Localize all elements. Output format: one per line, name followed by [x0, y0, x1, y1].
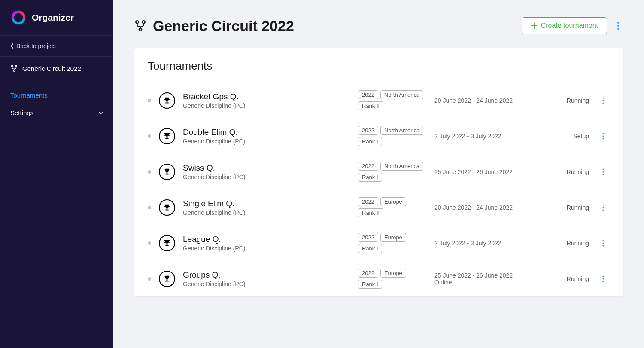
tournament-name: Swiss Q.: [183, 163, 350, 173]
trophy-icon: [159, 235, 175, 251]
tag: Rank I: [358, 173, 382, 182]
tournament-name-col: Single Elim Q.Generic Discipline (PC): [183, 199, 350, 216]
tournament-row[interactable]: Bracket Gps Q.Generic Discipline (PC)202…: [134, 82, 623, 118]
dots-vertical-icon: [602, 168, 604, 175]
status-dot-icon: [148, 277, 151, 281]
date-range: 2 July 2022 - 3 July 2022: [434, 240, 533, 247]
svg-point-29: [602, 209, 604, 211]
trophy-icon: [159, 164, 175, 180]
nav-tournaments-label: Tournaments: [10, 92, 48, 99]
nav-settings-label: Settings: [10, 109, 33, 116]
row-more-button[interactable]: [597, 168, 610, 175]
nav-tournaments[interactable]: Tournaments: [0, 86, 113, 104]
status-dot-icon: [148, 170, 151, 174]
row-more-button[interactable]: [597, 133, 610, 140]
row-more-button[interactable]: [597, 240, 610, 247]
tournament-name: Bracket Gps Q.: [183, 92, 350, 101]
svg-point-1: [12, 65, 13, 67]
create-tournament-button[interactable]: Create tournament: [522, 17, 607, 34]
tournament-row[interactable]: Groups Q.Generic Discipline (PC)2022Euro…: [134, 261, 623, 296]
tournament-name: Double Elim Q.: [183, 128, 350, 137]
tournament-status: Running: [555, 97, 589, 104]
svg-point-13: [602, 100, 604, 101]
sidebar: Organizer Back to project Generic Circui…: [0, 0, 113, 348]
tag: Rank II: [358, 101, 383, 110]
card-header: Tournaments: [134, 48, 623, 82]
tournament-row[interactable]: Swiss Q.Generic Discipline (PC)2022North…: [134, 154, 623, 189]
plus-icon: [531, 22, 538, 29]
dots-vertical-icon: [602, 204, 604, 211]
dots-vertical-icon: [617, 22, 619, 30]
tag: 2022: [358, 197, 378, 206]
chevron-down-icon: [99, 112, 103, 114]
back-to-project-link[interactable]: Back to project: [0, 35, 113, 57]
header-actions: Create tournament: [522, 17, 623, 34]
circuit-selector[interactable]: Generic Circuit 2022: [0, 57, 113, 80]
tag: North America: [380, 90, 423, 99]
svg-rect-30: [167, 243, 168, 245]
tag: Rank I: [358, 280, 382, 289]
svg-rect-36: [165, 281, 168, 281]
tournament-dates: 25 June 2022 - 26 June 2022Online: [434, 272, 533, 286]
tournament-row[interactable]: Single Elim Q.Generic Discipline (PC)202…: [134, 189, 623, 225]
tag: Europe: [380, 269, 406, 278]
svg-point-38: [602, 278, 604, 279]
tag: Europe: [380, 233, 406, 242]
tag: 2022: [358, 269, 378, 278]
tournament-status: Running: [555, 275, 589, 282]
tournament-name-col: League Q.Generic Discipline (PC): [183, 235, 350, 252]
tag: North America: [380, 126, 423, 135]
svg-point-9: [617, 28, 619, 30]
svg-point-24: [602, 174, 604, 175]
row-more-button[interactable]: [597, 275, 610, 282]
svg-point-22: [602, 168, 604, 170]
tournament-discipline: Generic Discipline (PC): [183, 102, 350, 109]
svg-point-23: [602, 171, 604, 172]
tag: Rank II: [358, 208, 383, 217]
dots-vertical-icon: [602, 240, 604, 247]
tournament-dates: 20 June 2022 - 24 June 2022: [434, 97, 533, 104]
date-range: 25 June 2022 - 26 June 2022: [434, 168, 533, 175]
status-dot-icon: [148, 206, 151, 209]
tournament-status: Running: [555, 240, 589, 247]
tournament-name: Single Elim Q.: [183, 199, 350, 208]
tag: Rank I: [358, 137, 382, 146]
tournament-discipline: Generic Discipline (PC): [183, 281, 350, 287]
date-range: 20 June 2022 - 24 June 2022: [434, 97, 533, 104]
tournament-tags: 2022EuropeRank I: [358, 233, 427, 253]
svg-rect-10: [167, 101, 168, 102]
svg-point-5: [142, 21, 145, 23]
trophy-icon: [159, 92, 175, 109]
svg-point-18: [602, 135, 604, 137]
header-more-button[interactable]: [613, 18, 623, 34]
nav-settings[interactable]: Settings: [0, 104, 113, 122]
tournament-status: Setup: [555, 133, 589, 140]
svg-rect-11: [165, 102, 168, 103]
svg-point-37: [602, 275, 604, 277]
tournament-tags: 2022North AmericaRank I: [358, 162, 427, 182]
svg-point-14: [602, 102, 604, 104]
brand-row[interactable]: Organizer: [0, 0, 113, 35]
tag: 2022: [358, 162, 378, 171]
svg-point-12: [602, 97, 604, 98]
tournament-name: League Q.: [183, 235, 350, 244]
svg-point-4: [136, 21, 138, 23]
svg-point-2: [15, 65, 17, 67]
tournament-dates: 2 July 2022 - 3 July 2022: [434, 240, 533, 247]
dots-vertical-icon: [602, 275, 604, 282]
tag: 2022: [358, 233, 378, 242]
tournament-row[interactable]: Double Elim Q.Generic Discipline (PC)202…: [134, 118, 623, 154]
svg-point-7: [617, 22, 619, 24]
row-more-button[interactable]: [597, 204, 610, 211]
tournament-row[interactable]: League Q.Generic Discipline (PC)2022Euro…: [134, 225, 623, 261]
tournament-dates: 25 June 2022 - 26 June 2022: [434, 168, 533, 175]
date-extra: Online: [434, 279, 533, 286]
row-more-button[interactable]: [597, 97, 610, 104]
tournament-discipline: Generic Discipline (PC): [183, 138, 350, 145]
svg-point-17: [602, 133, 604, 134]
circuit-label: Generic Circuit 2022: [22, 65, 81, 72]
trophy-icon: [159, 128, 175, 144]
tournament-discipline: Generic Discipline (PC): [183, 245, 350, 252]
main-content: Generic Circuit 2022 Create tournament T…: [113, 0, 644, 348]
page-title-row: Generic Circuit 2022: [134, 18, 294, 34]
